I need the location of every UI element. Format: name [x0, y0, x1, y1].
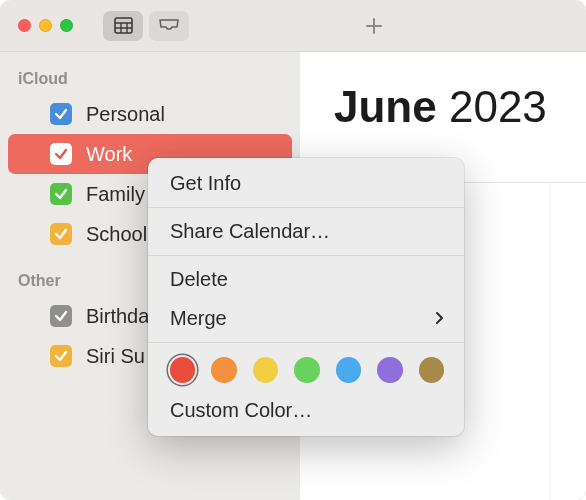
page-title: June 2023	[334, 82, 547, 132]
color-swatch-blue[interactable]	[336, 357, 361, 383]
divider	[148, 342, 464, 343]
inbox-icon	[158, 18, 180, 34]
close-icon[interactable]	[18, 19, 31, 32]
menu-label: Merge	[170, 307, 227, 330]
calendar-grid-icon	[114, 17, 133, 34]
checkbox-icon[interactable]	[50, 103, 72, 125]
color-swatch-row	[148, 347, 464, 391]
checkbox-icon[interactable]	[50, 345, 72, 367]
zoom-icon[interactable]	[60, 19, 73, 32]
color-swatch-red[interactable]	[170, 357, 195, 383]
menu-label: Share Calendar…	[170, 220, 330, 243]
menu-share-calendar[interactable]: Share Calendar…	[148, 212, 464, 251]
calendar-window: iCloud Personal Work Family	[0, 0, 586, 500]
chevron-right-icon	[435, 307, 444, 330]
section-header-icloud: iCloud	[0, 66, 300, 94]
menu-label: Custom Color…	[170, 399, 312, 422]
color-swatch-orange[interactable]	[211, 357, 236, 383]
menu-merge[interactable]: Merge	[148, 299, 464, 338]
calendar-label: Work	[86, 143, 132, 166]
menu-delete[interactable]: Delete	[148, 260, 464, 299]
checkbox-icon[interactable]	[50, 223, 72, 245]
calendar-item-personal[interactable]: Personal	[8, 94, 292, 134]
add-event-button[interactable]	[360, 12, 388, 40]
plus-icon	[364, 16, 384, 36]
calendar-label: Siri Su	[86, 345, 145, 368]
color-swatch-purple[interactable]	[377, 357, 402, 383]
context-menu: Get Info Share Calendar… Delete Merge C	[148, 158, 464, 436]
color-swatch-brown[interactable]	[419, 357, 444, 383]
menu-get-info[interactable]: Get Info	[148, 164, 464, 203]
inbox-button[interactable]	[149, 11, 189, 41]
menu-custom-color[interactable]: Custom Color…	[148, 391, 464, 430]
divider	[148, 207, 464, 208]
color-swatch-green[interactable]	[294, 357, 319, 383]
calendar-label: Family	[86, 183, 145, 206]
calendar-label: Personal	[86, 103, 165, 126]
calendar-label: School	[86, 223, 147, 246]
checkbox-icon[interactable]	[50, 305, 72, 327]
minimize-icon[interactable]	[39, 19, 52, 32]
menu-label: Delete	[170, 268, 228, 291]
checkbox-icon[interactable]	[50, 143, 72, 165]
menu-label: Get Info	[170, 172, 241, 195]
titlebar	[0, 0, 586, 52]
traffic-lights	[18, 19, 73, 32]
checkbox-icon[interactable]	[50, 183, 72, 205]
grid-line	[550, 182, 551, 500]
year-label: 2023	[449, 82, 547, 131]
month-label: June	[334, 82, 437, 131]
svg-rect-0	[115, 18, 132, 33]
calendars-toggle-button[interactable]	[103, 11, 143, 41]
color-swatch-yellow[interactable]	[253, 357, 278, 383]
divider	[148, 255, 464, 256]
